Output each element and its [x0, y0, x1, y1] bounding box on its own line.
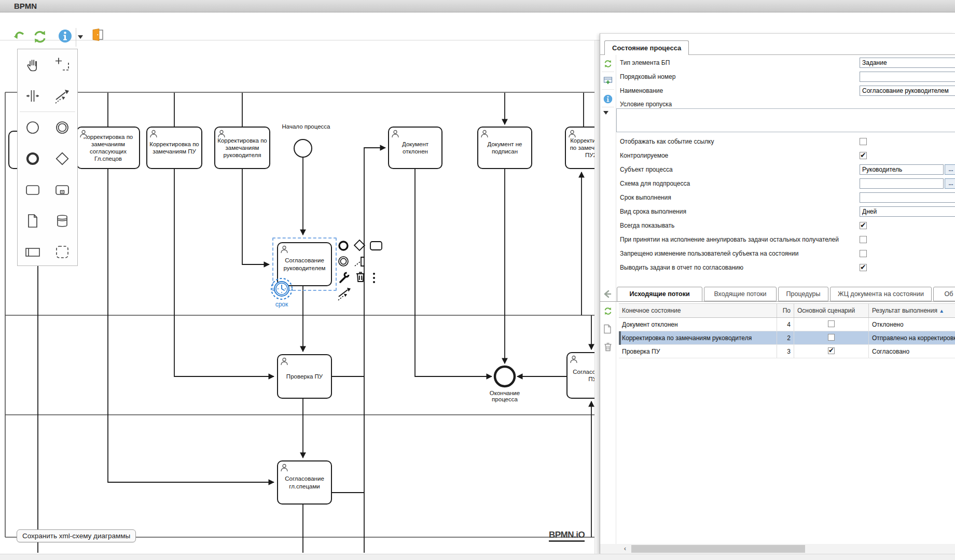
browse-button[interactable]: ... — [945, 178, 955, 189]
task-label: Корректировка по замечаниям ПУ2 — [566, 136, 594, 159]
diagram-canvas[interactable]: Корректировка по замечаниям согласующих … — [0, 0, 594, 554]
field-row: Субъект процесса ... — [600, 164, 955, 176]
trash-delete-icon[interactable] — [603, 342, 613, 351]
table-row-selected[interactable]: Корректировка по замечаниям руководителя… — [619, 331, 955, 345]
create-start-event-icon[interactable] — [18, 112, 48, 143]
skip-condition-textarea[interactable] — [616, 108, 955, 132]
undo-icon[interactable] — [11, 29, 27, 45]
connect-tool-icon[interactable] — [337, 286, 351, 300]
create-end-event-icon[interactable] — [18, 143, 48, 174]
save-xml-button[interactable]: Сохранить xml-схему диаграммы — [17, 529, 136, 542]
task[interactable]: Согласование гл.спецами — [277, 460, 332, 505]
field-row: Тип элемента БП — [600, 58, 955, 69]
tab-cut-off[interactable]: Об — [933, 287, 955, 301]
window-horizontal-scrollbar[interactable] — [0, 554, 955, 560]
task[interactable]: Документ отклонен — [388, 127, 442, 169]
exit-door-icon[interactable] — [91, 28, 107, 44]
refresh-icon[interactable] — [603, 306, 613, 316]
column-header[interactable]: По — [777, 304, 794, 317]
main-scenario-checkbox[interactable] — [828, 334, 835, 341]
create-data-store-icon[interactable] — [48, 205, 78, 236]
field-label: Отображать как событие ссылку — [620, 138, 714, 145]
column-header[interactable]: Конечное состояние — [619, 304, 777, 317]
append-end-event-icon[interactable] — [337, 240, 351, 253]
tab-procedures[interactable]: Процедуры — [778, 287, 828, 301]
dropdown-caret-icon[interactable] — [603, 111, 613, 120]
create-intermediate-event-icon[interactable] — [48, 112, 78, 143]
column-header-sorted[interactable]: Результат выполнения ▲ — [869, 304, 955, 317]
field-row: Наименование — [600, 86, 955, 97]
checkbox[interactable] — [860, 138, 867, 145]
dropdown-caret-icon[interactable] — [78, 35, 84, 39]
start-event[interactable] — [294, 139, 312, 157]
wrench-change-type-icon[interactable] — [338, 271, 352, 284]
start-event-label: Начало процесса — [278, 123, 335, 130]
task[interactable]: Корректировка по замечаниям ПУ2 — [565, 127, 594, 169]
boundary-timer-event[interactable] — [270, 277, 293, 300]
create-group-icon[interactable] — [48, 236, 78, 268]
task[interactable]: Документ не подписан — [477, 127, 532, 169]
scroll-left-chevron-icon[interactable]: ‹ — [620, 544, 630, 554]
order-number-input[interactable] — [860, 72, 955, 82]
field-label: Тип элемента БП — [620, 59, 670, 66]
field-row: Отображать как событие ссылку — [600, 136, 955, 148]
end-event[interactable] — [495, 367, 515, 386]
element-type-input[interactable] — [860, 58, 955, 68]
main-scenario-checkbox[interactable] — [828, 320, 835, 327]
main-scenario-checkbox[interactable] — [828, 347, 835, 354]
new-document-icon[interactable] — [603, 324, 613, 333]
task[interactable]: Корректировка по замечаниям ПУ — [146, 127, 202, 169]
deadline-type-input[interactable] — [860, 206, 955, 217]
create-subprocess-icon[interactable] — [48, 174, 78, 205]
back-arrow-icon[interactable] — [602, 289, 613, 299]
create-gateway-icon[interactable] — [48, 143, 78, 174]
field-row: Контролируемое — [600, 150, 955, 162]
more-options-dots-icon[interactable] — [371, 272, 385, 285]
canvas-vertical-scrollbar[interactable] — [594, 40, 600, 554]
scrollbar-thumb[interactable] — [631, 545, 805, 553]
process-subject-input[interactable] — [860, 164, 944, 175]
hand-tool-icon[interactable] — [18, 49, 48, 80]
field-row: Вид срока выполнения — [600, 206, 955, 218]
browse-button[interactable]: ... — [945, 164, 955, 175]
tab-incoming-flows[interactable]: Входящие потоки — [704, 287, 777, 301]
task[interactable]: Корректировка по замечаниям руководителя — [214, 127, 270, 169]
task[interactable]: Корректировка по замечаниям согласующих … — [76, 127, 140, 169]
user-task-icon — [217, 130, 226, 138]
subprocess-schema-input[interactable] — [860, 178, 944, 189]
create-task-icon[interactable] — [18, 174, 48, 205]
checkbox[interactable] — [860, 236, 867, 243]
append-text-annotation-icon[interactable] — [354, 255, 367, 269]
space-tool-icon[interactable] — [18, 80, 48, 111]
checkbox[interactable] — [860, 250, 867, 257]
table-header: Конечное состояние По Основной сценарий … — [619, 303, 955, 318]
append-task-icon[interactable] — [369, 240, 383, 254]
tab-process-state[interactable]: Состояние процесса — [604, 40, 689, 55]
table-row[interactable]: Проверка ПУ 3 Согласовано — [619, 345, 955, 358]
properties-panel: Состояние процесса Тип элемента БП Поряд… — [600, 33, 955, 554]
table-row[interactable]: Документ отклонен 4 Отклонено — [619, 318, 955, 331]
field-label: Срок выполнения — [620, 194, 671, 201]
name-input[interactable] — [860, 86, 955, 96]
info-icon[interactable] — [58, 29, 74, 45]
lasso-tool-icon[interactable] — [48, 49, 78, 80]
column-header[interactable]: Основной сценарий — [794, 304, 869, 317]
deadline-input[interactable] — [860, 192, 955, 203]
append-intermediate-event-icon[interactable] — [337, 255, 351, 269]
bpmn-io-watermark[interactable]: BPMN.iO — [549, 530, 585, 542]
checkbox[interactable] — [860, 152, 867, 159]
append-gateway-icon[interactable] — [353, 239, 366, 252]
task[interactable]: Согласование ПУ — [566, 352, 594, 399]
bpmn-editor-window: Корректировка по замечаниям согласующих … — [0, 0, 955, 560]
checkbox[interactable] — [860, 264, 867, 271]
panel-horizontal-scrollbar[interactable]: ‹ — [600, 544, 955, 554]
tab-doc-lifecycle[interactable]: ЖЦ документа на состоянии — [830, 287, 932, 301]
task[interactable]: Проверка ПУ — [277, 354, 332, 399]
global-connect-tool-icon[interactable] — [48, 80, 78, 111]
trash-delete-icon[interactable] — [355, 271, 368, 284]
refresh-icon[interactable] — [32, 29, 48, 45]
create-participant-icon[interactable] — [18, 236, 48, 268]
tab-outgoing-flows[interactable]: Исходящие потоки — [617, 287, 702, 302]
create-data-object-icon[interactable] — [18, 205, 48, 236]
checkbox[interactable] — [860, 222, 867, 229]
